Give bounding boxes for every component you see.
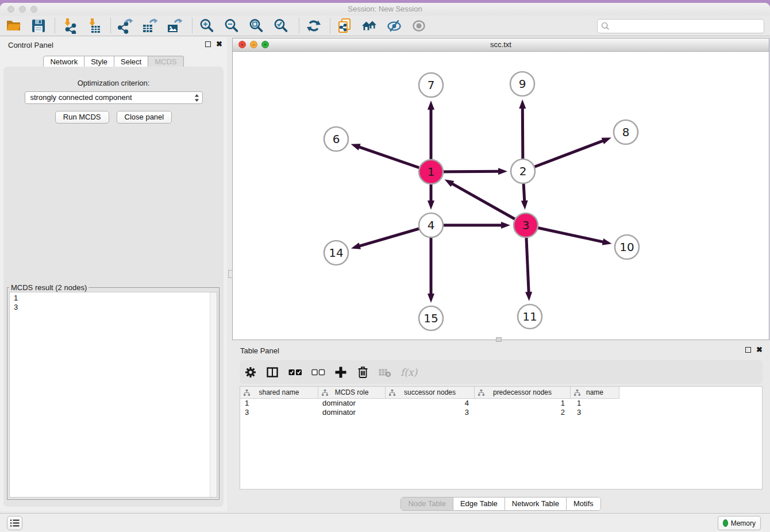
node-label-9: 9 [519,77,526,91]
column-tree-icon [389,390,395,396]
open-file-icon[interactable] [5,17,22,34]
tab-node-table[interactable]: Node Table [401,498,453,510]
float-table-panel-icon[interactable] [745,347,751,353]
deselect-all-icon[interactable] [311,369,325,376]
control-panel: Control Panel ✖ NetworkStyleSelectMCDS O… [0,37,227,511]
node-label-14: 14 [329,246,343,260]
main-toolbar [0,16,770,36]
zoom-network-button[interactable]: + [261,41,269,48]
column-tree-icon [244,390,250,396]
network-window: × − + scc.txt 1234678910111415 [232,38,769,340]
table-panel: Table Panel ✖ [232,342,769,511]
node-label-6: 6 [333,132,340,146]
cell-successor-nodes: 4 [386,399,475,408]
column-tree-icon [478,390,484,396]
first-neighbors-icon[interactable] [361,17,378,34]
close-table-panel-icon[interactable]: ✖ [756,346,763,353]
edge-arrow-3-10 [602,238,612,245]
select-all-icon[interactable] [288,369,302,376]
cell-name: 3 [571,408,619,417]
control-panel-header: Control Panel ✖ [0,37,227,53]
app-window: Session: New Session [0,3,770,532]
export-table-icon[interactable] [141,17,159,34]
import-table-icon[interactable] [86,17,103,34]
add-icon[interactable] [334,366,347,379]
node-label-7: 7 [428,78,435,92]
toolbar-divider [299,18,299,33]
zoom-fit-icon[interactable] [248,17,265,34]
tab-motifs[interactable]: Motifs [566,498,600,510]
minimize-window-button[interactable] [19,6,26,13]
memory-button[interactable]: Memory [718,516,761,530]
run-mcds-button[interactable]: Run MCDS [55,111,109,124]
table-body: 1dominator4113dominator323 [240,399,762,417]
column-header-MCDS-role[interactable]: MCDS role [318,387,386,399]
control-panel-title: Control Panel [8,41,53,49]
zoom-out-icon[interactable] [223,17,240,34]
node-label-1: 1 [428,165,435,179]
node-label-11: 11 [522,310,537,323]
network-window-titlebar[interactable]: × − + scc.txt [233,38,769,52]
tab-edge-table[interactable]: Edge Table [453,498,505,510]
mcds-result-list[interactable]: 1 3 [9,292,217,498]
column-header-successor-nodes[interactable]: successor nodes [386,387,475,399]
close-network-button[interactable]: × [238,41,246,48]
column-header-predecessor-nodes[interactable]: predecessor nodes [475,387,571,399]
dropdown-stepper-icon [194,94,199,105]
search-input[interactable] [610,19,764,33]
column-tree-icon [574,390,580,396]
close-panel-icon[interactable]: ✖ [216,41,222,48]
column-header-shared-name[interactable]: shared name [240,387,318,399]
zoom-selected-icon[interactable] [272,17,290,34]
show-details-icon[interactable] [410,17,428,34]
refresh-icon[interactable] [305,17,322,34]
column-header-name[interactable]: name [571,387,619,399]
duplicate-network-icon[interactable] [336,17,353,34]
window-controls [7,6,37,13]
close-window-button[interactable] [7,6,14,13]
node-label-8: 8 [622,125,630,139]
hide-details-icon[interactable] [386,17,403,34]
edge-arrow-1-6 [351,144,361,150]
export-network-icon[interactable] [117,17,134,34]
splitter-handle[interactable] [496,337,502,342]
left-splitter-handle[interactable] [228,270,233,278]
edge-2-8[interactable] [523,141,604,171]
delete-icon[interactable] [357,365,369,379]
edge-arrow-4-14 [351,242,361,249]
network-window-title: scc.txt [233,38,769,51]
network-canvas[interactable]: 1234678910111415 [233,52,769,340]
table-row[interactable]: 3dominator323 [240,408,762,417]
columns-icon[interactable] [267,367,278,378]
table-tabs: Node TableEdge TableNetwork TableMotifs [232,497,769,511]
search-icon [601,22,610,30]
table-panel-title: Table Panel [240,346,279,355]
tab-network-table[interactable]: Network Table [505,498,566,510]
node-label-4: 4 [428,218,435,232]
save-session-icon[interactable] [30,17,47,34]
cell-successor-nodes: 3 [386,408,475,417]
cell-MCDS-role: dominator [318,399,386,408]
mcds-result-lines: 1 3 [14,294,217,312]
result-scrollbar[interactable] [210,292,217,497]
toolbar-divider [192,18,192,33]
zoom-in-icon[interactable] [198,17,215,34]
export-image-icon[interactable] [166,17,183,34]
gear-icon[interactable] [245,367,256,378]
close-panel-button[interactable]: Close panel [117,111,172,124]
table-panel-header: Table Panel ✖ [232,342,769,358]
table-row[interactable]: 1dominator411 [240,399,762,408]
search-box[interactable] [597,19,764,33]
cell-name: 1 [571,399,619,408]
edge-arrow-2-3 [521,201,528,210]
minimize-network-button[interactable]: − [250,41,257,48]
zoom-window-button[interactable] [30,6,37,13]
selected-criterion: strongly connected component [30,93,132,102]
delete-table-icon[interactable] [379,367,391,377]
import-network-icon[interactable] [61,17,78,34]
float-panel-icon[interactable] [205,41,211,47]
task-history-button[interactable] [7,516,22,530]
column-tree-icon [322,390,328,396]
cell-shared-name: 3 [240,408,318,417]
optimization-criterion-select[interactable]: strongly connected component [25,91,203,104]
